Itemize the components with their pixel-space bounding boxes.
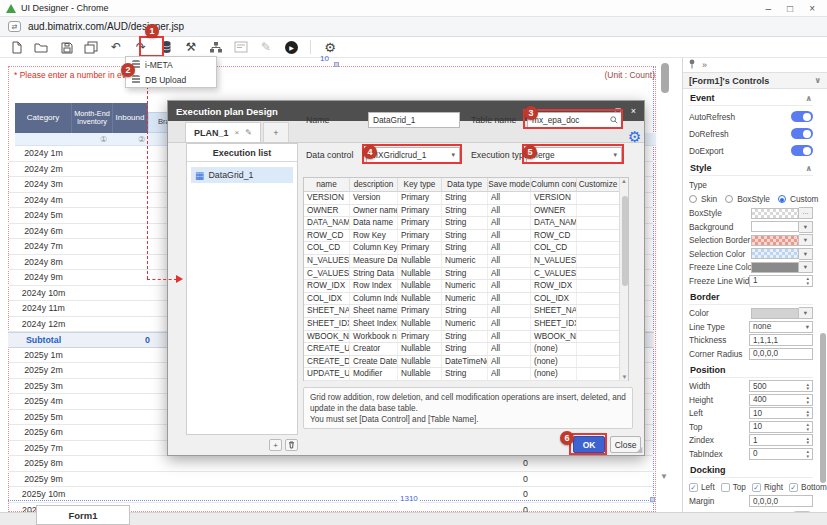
grid-col-header-name[interactable]: name bbox=[304, 178, 350, 191]
grid-cell[interactable]: Row Key bbox=[350, 230, 398, 242]
grid-row[interactable]: SHEET_NAMESheet namePrimaryStringAllSHEE… bbox=[304, 305, 628, 318]
swatch-color[interactable] bbox=[751, 308, 799, 319]
grid-cell[interactable]: Primary bbox=[398, 217, 442, 229]
grid-cell[interactable] bbox=[577, 305, 620, 317]
grid-cell[interactable]: Column Key bbox=[350, 242, 398, 254]
grid-row[interactable]: ROW_IDXRow IndexNullableNumericAllROW_ID… bbox=[304, 280, 628, 293]
delete-plan-button[interactable] bbox=[285, 439, 298, 451]
grid-cell[interactable]: String bbox=[442, 230, 488, 242]
script-panel-icon[interactable] bbox=[233, 39, 249, 55]
grid-cell[interactable]: Measure Data bbox=[350, 255, 398, 267]
pin-icon[interactable] bbox=[688, 59, 696, 71]
spinner-arrows-icon[interactable]: ▴▾ bbox=[806, 276, 809, 285]
grid-cell[interactable] bbox=[577, 356, 620, 368]
spinner-freeze line width[interactable]: 1▴▾ bbox=[749, 275, 813, 287]
col-header-inbound[interactable]: Inbound bbox=[113, 103, 148, 133]
grid-cell[interactable]: ROW_CD bbox=[304, 230, 350, 242]
grid-cell[interactable]: VERSION bbox=[304, 192, 350, 204]
edit-icon[interactable]: ✎ bbox=[258, 39, 274, 55]
grid-cell[interactable]: Column Index bbox=[350, 293, 398, 305]
grid-cell[interactable]: Nullable bbox=[398, 318, 442, 330]
dropdown-arrow-icon[interactable]: ▾ bbox=[799, 307, 813, 319]
checkbox-right[interactable]: ✓ bbox=[752, 483, 761, 492]
spinner-top[interactable]: 10▴▾ bbox=[749, 421, 813, 433]
radio-skin[interactable] bbox=[689, 195, 697, 203]
grid-cell[interactable]: All bbox=[488, 318, 531, 330]
grid-cell[interactable]: ROW_CD bbox=[531, 230, 577, 242]
swatch-freeze-line-color[interactable] bbox=[751, 262, 799, 273]
grid-cell[interactable]: ROW_IDX bbox=[531, 280, 577, 292]
panel-scrollbar[interactable] bbox=[820, 78, 826, 518]
grid-cell[interactable]: String bbox=[442, 343, 488, 355]
grid-cell[interactable]: String bbox=[442, 305, 488, 317]
run-icon[interactable]: ▶ bbox=[283, 39, 299, 55]
section-header-style[interactable]: Style∧ bbox=[689, 159, 813, 176]
radio-custom[interactable] bbox=[778, 195, 786, 203]
grid-cell[interactable] bbox=[577, 217, 620, 229]
grid-cell[interactable]: Nullable bbox=[398, 356, 442, 368]
grid-cell[interactable]: Modifier bbox=[350, 368, 398, 380]
spinner-width[interactable]: 500▴▾ bbox=[749, 380, 813, 392]
grid-cell[interactable]: Nullable bbox=[398, 343, 442, 355]
grid-cell[interactable]: Nullable bbox=[398, 368, 442, 380]
grid-cell[interactable]: Data name bbox=[350, 217, 398, 229]
grid-cell[interactable]: SHEET_NAME bbox=[531, 305, 577, 317]
grid-cell[interactable]: Sheet Index bbox=[350, 318, 398, 330]
spinner-arrows-icon[interactable]: ▴▾ bbox=[806, 449, 809, 458]
grid-cell[interactable]: All bbox=[488, 205, 531, 217]
radio-boxstyle[interactable] bbox=[725, 195, 733, 203]
grid-cell[interactable]: DATA_NAME bbox=[531, 217, 577, 229]
grid-cell[interactable]: All bbox=[488, 305, 531, 317]
grid-cell[interactable] bbox=[577, 242, 620, 254]
grid-cell[interactable]: String bbox=[442, 331, 488, 343]
grid-cell[interactable]: String bbox=[442, 268, 488, 280]
grid-row[interactable]: SHEET_IDXSheet IndexNullableNumericAllSH… bbox=[304, 318, 628, 331]
grid-cell[interactable]: Owner name bbox=[350, 205, 398, 217]
grid-cell[interactable]: String bbox=[442, 217, 488, 229]
url-text[interactable]: aud.bimatrix.com/AUD/designer.jsp bbox=[28, 21, 184, 32]
grid-cell[interactable]: All bbox=[488, 255, 531, 267]
grid-cell[interactable]: (none) bbox=[531, 368, 577, 380]
ellipsis-button[interactable]: ··· bbox=[799, 207, 813, 219]
grid-row[interactable]: ROW_CDRow KeyPrimaryStringAllROW_CD bbox=[304, 230, 628, 243]
grid-row[interactable]: UPDATE_USERModifierNullableStringAll(non… bbox=[304, 368, 628, 381]
section-header-border[interactable]: Border bbox=[689, 288, 813, 305]
dropdown-arrow-icon[interactable]: ▾ bbox=[799, 221, 813, 233]
grid-cell[interactable] bbox=[577, 318, 620, 330]
swatch-selection-color[interactable] bbox=[751, 248, 799, 259]
grid-row[interactable]: C_VALUESString DataNullableStringAllC_VA… bbox=[304, 268, 628, 281]
grid-cell[interactable]: Primary bbox=[398, 331, 442, 343]
table-row[interactable]: 2025y 8m0 bbox=[8, 456, 654, 472]
checkbox-top[interactable] bbox=[721, 483, 730, 492]
grid-cell[interactable]: Numeric bbox=[442, 318, 488, 330]
add-plan-button[interactable]: + bbox=[269, 439, 282, 451]
grid-cell[interactable]: VERSION bbox=[531, 192, 577, 204]
grid-cell[interactable] bbox=[577, 205, 620, 217]
grid-row[interactable]: CREATE_USERCreatorNullableStringAll(none… bbox=[304, 343, 628, 356]
tab-plan-1[interactable]: PLAN_1 × ✎ bbox=[185, 122, 261, 142]
grid-cell[interactable]: All bbox=[488, 230, 531, 242]
tab-switcher-icon[interactable]: ⇄ bbox=[8, 21, 21, 32]
dropdown-arrow-icon[interactable]: ▾ bbox=[806, 323, 809, 331]
grid-cell[interactable] bbox=[577, 192, 620, 204]
maximize-icon[interactable]: □ bbox=[787, 3, 793, 14]
grid-cell[interactable]: (none) bbox=[531, 356, 577, 368]
toggle-autorefresh[interactable] bbox=[791, 111, 813, 122]
dropdown-arrow-icon[interactable]: ▾ bbox=[799, 234, 813, 246]
toggle-dorefresh[interactable] bbox=[791, 128, 813, 139]
swatch-boxstyle[interactable] bbox=[751, 208, 799, 219]
grid-cell[interactable]: Nullable bbox=[398, 293, 442, 305]
grid-scrollbar-thumb[interactable] bbox=[622, 196, 628, 286]
grid-cell[interactable]: All bbox=[488, 242, 531, 254]
canvas-scrollbar-thumb[interactable] bbox=[661, 63, 669, 93]
grid-row[interactable]: OWNEROwner namePrimaryStringAllOWNER bbox=[304, 205, 628, 218]
tab-edit-icon[interactable]: ✎ bbox=[245, 128, 252, 137]
grid-cell[interactable] bbox=[577, 280, 620, 292]
grid-col-header-save-mode[interactable]: Save mode bbox=[488, 178, 531, 191]
new-file-icon[interactable] bbox=[8, 39, 24, 55]
chevron-up-icon[interactable]: ∧ bbox=[806, 164, 813, 173]
grid-cell[interactable] bbox=[577, 255, 620, 267]
tab-add-button[interactable]: + bbox=[263, 122, 289, 142]
grid-cell[interactable]: Numeric bbox=[442, 255, 488, 267]
grid-cell[interactable]: SHEET_IDX bbox=[531, 318, 577, 330]
